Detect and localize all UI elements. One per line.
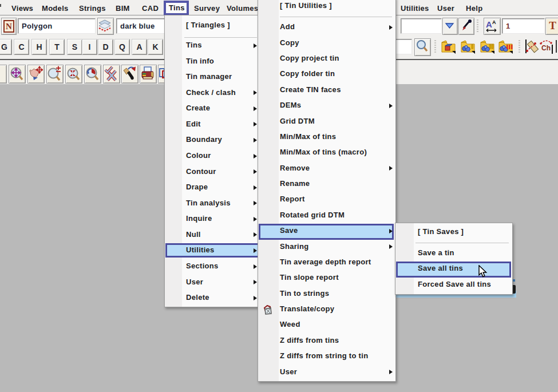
svg-text:A: A <box>486 19 492 29</box>
svg-text:A: A <box>492 19 496 25</box>
svg-text:Ch: Ch <box>541 44 551 52</box>
